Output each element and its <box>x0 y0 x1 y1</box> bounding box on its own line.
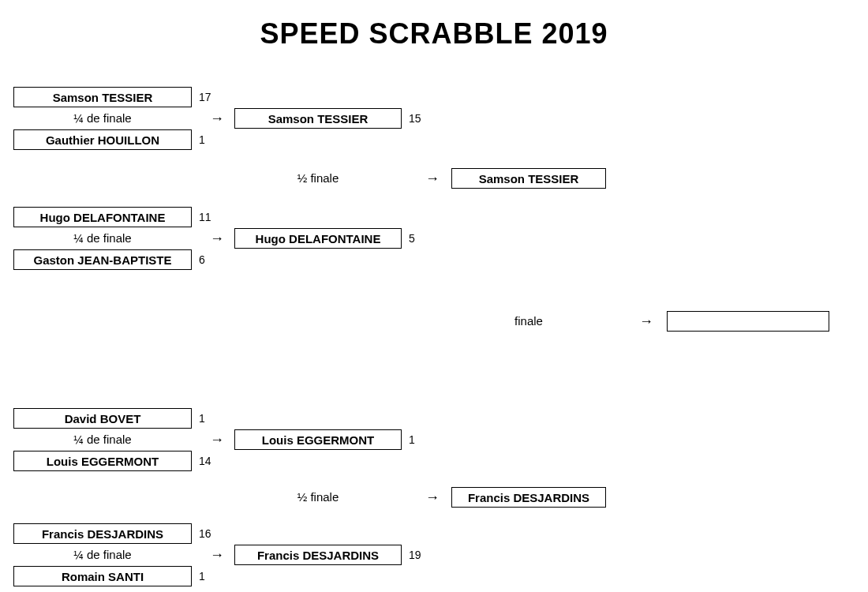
arrow-icon: → <box>639 311 653 332</box>
qf1-label: ¼ de finale <box>13 108 192 129</box>
qf3-score1: 1 <box>199 408 205 429</box>
winner-box <box>667 311 829 332</box>
arrow-icon: → <box>210 545 224 565</box>
sf2-player2: Francis DESJARDINS <box>234 545 402 565</box>
qf3-label: ¼ de finale <box>13 429 192 450</box>
arrow-icon: → <box>210 429 224 450</box>
qf1-score2: 1 <box>199 129 205 150</box>
sf1-score2: 5 <box>409 228 415 249</box>
qf4-score2: 1 <box>199 566 205 586</box>
sf2-player1: Louis EGGERMONT <box>234 429 402 450</box>
final-label: finale <box>451 311 606 332</box>
sf1-player1: Samson TESSIER <box>234 108 402 129</box>
sf2-score1: 1 <box>409 429 415 450</box>
qf3-score2: 14 <box>199 451 211 471</box>
sf2-score2: 19 <box>409 545 421 565</box>
sf1-score1: 15 <box>409 108 421 129</box>
qf1-score1: 17 <box>199 87 211 107</box>
page-title: SPEED SCRABBLE 2019 <box>0 17 868 51</box>
qf2-label: ¼ de finale <box>13 228 192 249</box>
sf1-label: ½ finale <box>234 168 402 189</box>
arrow-icon: → <box>425 487 440 508</box>
arrow-icon: → <box>210 108 224 129</box>
arrow-icon: → <box>210 228 224 249</box>
qf1-player2: Gauthier HOUILLON <box>13 129 192 150</box>
qf3-player1: David BOVET <box>13 408 192 429</box>
qf2-score2: 6 <box>199 249 205 270</box>
qf2-player2: Gaston JEAN-BAPTISTE <box>13 249 192 270</box>
qf4-player2: Romain SANTI <box>13 566 192 586</box>
finalist1: Samson TESSIER <box>451 168 606 189</box>
sf2-label: ½ finale <box>234 487 402 508</box>
qf4-player1: Francis DESJARDINS <box>13 523 192 544</box>
qf1-player1: Samson TESSIER <box>13 87 192 107</box>
qf2-score1: 11 <box>199 207 211 227</box>
arrow-icon: → <box>425 168 440 189</box>
finalist2: Francis DESJARDINS <box>451 487 606 508</box>
qf4-label: ¼ de finale <box>13 545 192 565</box>
sf1-player2: Hugo DELAFONTAINE <box>234 228 402 249</box>
qf3-player2: Louis EGGERMONT <box>13 451 192 471</box>
qf4-score1: 16 <box>199 523 211 544</box>
qf2-player1: Hugo DELAFONTAINE <box>13 207 192 227</box>
